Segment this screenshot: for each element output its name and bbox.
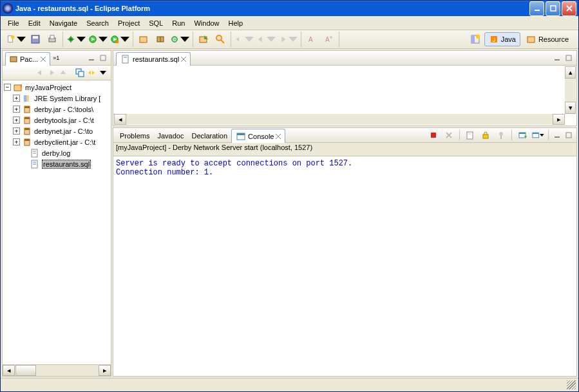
scroll-right-button[interactable]: ▸: [553, 114, 565, 125]
console-tab[interactable]: Console: [231, 129, 285, 144]
open-type-button[interactable]: [196, 32, 211, 47]
close-editor-button[interactable]: [181, 55, 186, 63]
back-nav-button[interactable]: [35, 68, 45, 78]
svg-rect-82: [555, 59, 560, 61]
open-perspective-button[interactable]: [468, 32, 483, 47]
tool-b-button[interactable]: A: [321, 32, 336, 47]
tree-scrollbar[interactable]: ◂ ▸: [2, 365, 111, 377]
expand-icon[interactable]: +: [13, 106, 20, 113]
resource-perspective[interactable]: Resource: [522, 32, 573, 46]
run-button[interactable]: [88, 32, 108, 47]
derbynet-jar-node[interactable]: + derbynet.jar - C:\to: [4, 126, 109, 136]
scroll-left-button[interactable]: ◂: [114, 114, 126, 125]
close-view-button[interactable]: [39, 55, 47, 63]
minimize-console-button[interactable]: [552, 130, 562, 140]
svg-marker-33: [245, 37, 254, 42]
maximize-view-button[interactable]: [98, 53, 108, 63]
close-button[interactable]: [562, 1, 576, 16]
new-button[interactable]: [6, 32, 26, 47]
minimize-view-button[interactable]: [86, 53, 97, 63]
menu-navigate[interactable]: Navigate: [45, 18, 82, 28]
expand-icon[interactable]: +: [13, 117, 20, 124]
derby-jar-node[interactable]: + derby.jar - C:\tools\: [4, 104, 109, 115]
javadoc-tab[interactable]: Javadoc: [153, 129, 187, 143]
terminate-button[interactable]: [426, 129, 441, 142]
search-button[interactable]: [213, 32, 228, 47]
view-menu-button[interactable]: [98, 68, 108, 78]
minimize-button[interactable]: [529, 1, 544, 16]
menu-search[interactable]: Search: [82, 18, 113, 28]
svg-rect-102: [555, 136, 560, 138]
save-button[interactable]: [28, 32, 43, 47]
scroll-down-button[interactable]: ▾: [565, 102, 576, 114]
svg-text:A: A: [308, 36, 313, 43]
jre-library-node[interactable]: + JRE System Library [: [4, 93, 109, 104]
menu-project[interactable]: Project: [113, 18, 144, 28]
maximize-button[interactable]: [546, 1, 560, 16]
derbyclient-jar-node[interactable]: + derbyclient.jar - C:\t: [4, 136, 109, 147]
menu-sql[interactable]: SQL: [144, 18, 167, 28]
svg-rect-62: [24, 95, 26, 102]
print-button[interactable]: [44, 32, 60, 47]
minimize-editor-button[interactable]: [552, 53, 562, 63]
project-node[interactable]: − J myJavaProject: [4, 82, 109, 93]
svg-rect-50: [89, 59, 94, 61]
derby-log-node[interactable]: derby.log: [4, 147, 109, 158]
maximize-console-button[interactable]: [564, 130, 574, 140]
maximize-editor-button[interactable]: [564, 53, 574, 63]
new-class-button[interactable]: C: [169, 32, 190, 47]
new-java-project-button[interactable]: [136, 32, 151, 47]
back-button[interactable]: [256, 32, 276, 47]
resize-grip[interactable]: [567, 380, 576, 389]
menu-file[interactable]: File: [3, 18, 24, 28]
expand-icon[interactable]: +: [13, 127, 20, 135]
last-edit-button[interactable]: [234, 32, 254, 47]
svg-marker-35: [267, 37, 276, 42]
new-package-button[interactable]: [153, 32, 168, 47]
debug-button[interactable]: [66, 32, 86, 47]
derbytools-jar-node[interactable]: + derbytools.jar - C:\t: [4, 115, 109, 126]
display-console-button[interactable]: [515, 129, 529, 142]
collapse-all-button[interactable]: [75, 68, 85, 78]
expand-icon[interactable]: +: [13, 138, 20, 145]
external-tools-button[interactable]: [109, 32, 130, 47]
view-overflow[interactable]: »1: [53, 55, 59, 61]
java-perspective[interactable]: JJava: [484, 32, 520, 46]
problems-tab[interactable]: Problems: [116, 129, 153, 143]
tool-a-button[interactable]: A: [304, 32, 319, 47]
up-nav-button[interactable]: [58, 68, 68, 78]
restaurants-sql-node[interactable]: restaurants.sql: [4, 158, 109, 169]
clear-console-button[interactable]: [463, 129, 477, 142]
scroll-left-button[interactable]: ◂: [3, 365, 15, 376]
close-console-button[interactable]: [276, 133, 281, 140]
pin-console-button[interactable]: [494, 129, 508, 142]
scroll-right-button[interactable]: ▸: [99, 365, 111, 376]
scroll-lock-button[interactable]: [479, 129, 493, 142]
collapse-icon[interactable]: −: [4, 84, 11, 91]
editor-hscrollbar[interactable]: ◂ ▸: [114, 114, 565, 125]
menu-help[interactable]: Help: [224, 18, 248, 28]
declaration-tab[interactable]: Declaration: [187, 129, 231, 143]
editor-tab-restaurants[interactable]: restaurants.sql: [116, 52, 191, 66]
bottom-views: Problems Javadoc Declaration Console [my…: [113, 127, 577, 377]
scroll-thumb[interactable]: [15, 365, 36, 376]
editor-vscrollbar[interactable]: ▴ ▾: [565, 66, 576, 114]
remove-launch-button[interactable]: [442, 129, 456, 142]
menu-run[interactable]: Run: [167, 18, 189, 28]
forward-nav-button[interactable]: [46, 68, 57, 78]
console-body[interactable]: Server is ready to accept connections on…: [113, 156, 577, 377]
scroll-up-button[interactable]: ▴: [565, 66, 576, 79]
window-title: Java - restaurants.sql - Eclipse Platfor…: [15, 5, 529, 12]
menu-window[interactable]: Window: [189, 18, 223, 28]
link-editor-button[interactable]: [86, 68, 97, 78]
package-explorer-tab[interactable]: Pac...: [5, 52, 50, 66]
open-console-button[interactable]: [531, 129, 545, 142]
console-line: Connection number: 1.: [116, 168, 213, 177]
menu-edit[interactable]: Edit: [24, 18, 45, 28]
expand-icon[interactable]: +: [13, 95, 20, 102]
svg-marker-29: [204, 35, 208, 39]
forward-button[interactable]: [278, 32, 298, 47]
package-tree[interactable]: − J myJavaProject + JRE System Library […: [2, 80, 111, 365]
editor-body[interactable]: ▴ ▾ ◂ ▸: [113, 66, 577, 126]
jar-icon: [22, 115, 32, 126]
